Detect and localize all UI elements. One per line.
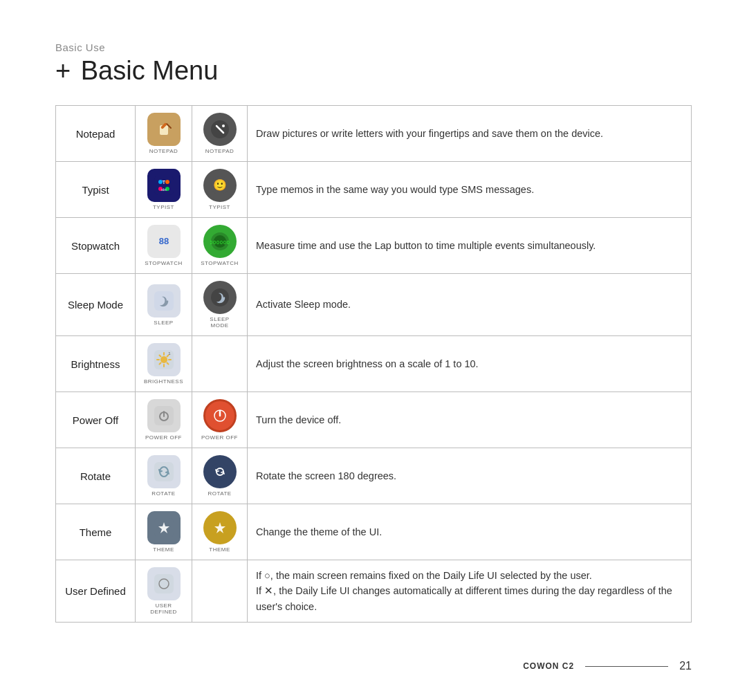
row-desc-brightness: Adjust the screen brightness on a scale … (248, 336, 692, 392)
table-row: Power Off POWER OFF (56, 392, 692, 448)
row-icon1-sleep: SLEEP (136, 274, 192, 336)
row-label-theme: Theme (56, 504, 136, 560)
row-icon1-userdefined: USER DEFINED (136, 560, 192, 623)
row-icon2-sleep: Sleep mode (192, 274, 248, 336)
icon2-label-poweroff: Power off (201, 434, 238, 441)
icon2-label-typist: Typist (209, 204, 230, 210)
icon2-label-notepad: Notepad (205, 148, 234, 154)
footer-divider (585, 666, 668, 667)
row-desc-poweroff: Turn the device off. (248, 392, 692, 448)
table-row: Sleep Mode SLEEP (56, 274, 692, 336)
main-table: Notepad NOTEPAD (55, 105, 692, 623)
row-icon1-notepad: NOTEPAD (136, 106, 192, 162)
row-icon2-theme: Theme (192, 504, 248, 560)
row-label-rotate: Rotate (56, 448, 136, 504)
page-title: + Basic Menu (55, 56, 692, 86)
svg-text:000000: 000000 (210, 240, 230, 245)
row-icon1-theme: THEME (136, 504, 192, 560)
footer-brand: COWON C2 (523, 661, 574, 671)
row-icon1-typist: T abc TYPIST (136, 162, 192, 218)
row-icon2-userdefined (192, 560, 248, 623)
icon1-label-typist: TYPIST (153, 204, 174, 210)
svg-line-32 (159, 363, 160, 365)
row-icon2-notepad: Notepad (192, 106, 248, 162)
row-desc-theme: Change the theme of the UI. (248, 504, 692, 560)
row-icon1-rotate: ROTATE (136, 448, 192, 504)
table-row: Typist T abc TYPIST (56, 162, 692, 218)
row-icon1-stopwatch: 88 STOPWATCH (136, 218, 192, 274)
svg-text:T: T (162, 180, 165, 185)
svg-point-9 (165, 180, 169, 184)
svg-rect-21 (154, 291, 174, 311)
table-row: User Defined USER DEFINED If ○, the main… (56, 560, 692, 623)
row-icon2-poweroff: Power off (192, 392, 248, 448)
footer-page: 21 (679, 660, 692, 672)
icon1-label-poweroff: POWER OFF (145, 434, 182, 441)
svg-point-22 (211, 288, 229, 306)
row-label-sleep: Sleep Mode (56, 274, 136, 336)
row-label-notepad: Notepad (56, 106, 136, 162)
icon1-label-userdefined: USER DEFINED (144, 602, 183, 615)
row-icon2-rotate: Rotate (192, 448, 248, 504)
svg-rect-7 (154, 176, 174, 195)
row-desc-typist: Type memos in the same way you would typ… (248, 162, 692, 218)
icon2-label-rotate: Rotate (208, 490, 231, 497)
footer: COWON C2 21 (523, 660, 692, 672)
icon1-label-sleep: SLEEP (154, 320, 173, 326)
table-row: Brightness 1 (56, 336, 692, 392)
row-label-brightness: Brightness (56, 336, 136, 392)
svg-text:88: 88 (158, 236, 168, 246)
row-desc-userdefined: If ○, the main screen remains fixed on t… (248, 560, 692, 623)
table-row: Notepad NOTEPAD (56, 106, 692, 162)
table-row: Theme THEME Them (56, 504, 692, 560)
row-icon2-brightness (192, 336, 248, 392)
table-row: Rotate ROTATE (56, 448, 692, 504)
row-icon2-stopwatch: 000000 Stopwatch (192, 218, 248, 274)
svg-rect-46 (154, 574, 174, 593)
row-label-stopwatch: Stopwatch (56, 218, 136, 274)
svg-text:🙂: 🙂 (213, 178, 227, 192)
svg-line-30 (167, 363, 168, 365)
table-row: Stopwatch 88 STOPWATCH 000000 (56, 218, 692, 274)
icon1-label-brightness: BRIGHTNESS (144, 378, 183, 385)
svg-rect-40 (154, 462, 174, 481)
row-icon1-poweroff: POWER OFF (136, 392, 192, 448)
svg-point-6 (222, 125, 225, 127)
row-icon1-brightness: 1 BRIGHTNESS (136, 336, 192, 392)
icon1-label-stopwatch: STOPWATCH (145, 260, 183, 266)
icon2-label-theme: Theme (209, 546, 230, 553)
icon1-label-notepad: NOTEPAD (149, 148, 178, 154)
icon2-label-stopwatch: Stopwatch (201, 260, 239, 266)
svg-line-29 (159, 356, 160, 357)
section-label: Basic Use (55, 42, 692, 53)
svg-text:abc: abc (160, 187, 167, 192)
icon2-label-sleep: Sleep mode (201, 316, 239, 329)
icon1-label-rotate: ROTATE (151, 490, 175, 497)
svg-point-41 (211, 463, 229, 481)
row-label-userdefined: User Defined (56, 560, 136, 623)
icon1-label-theme: THEME (153, 546, 174, 553)
row-desc-rotate: Rotate the screen 180 degrees. (248, 448, 692, 504)
row-desc-notepad: Draw pictures or write letters with your… (248, 106, 692, 162)
row-label-typist: Typist (56, 162, 136, 218)
row-desc-stopwatch: Measure time and use the Lap button to t… (248, 218, 692, 274)
row-desc-sleep: Activate Sleep mode. (248, 274, 692, 336)
row-icon2-typist: 🙂 Typist (192, 162, 248, 218)
row-label-poweroff: Power Off (56, 392, 136, 448)
svg-point-24 (160, 356, 167, 363)
